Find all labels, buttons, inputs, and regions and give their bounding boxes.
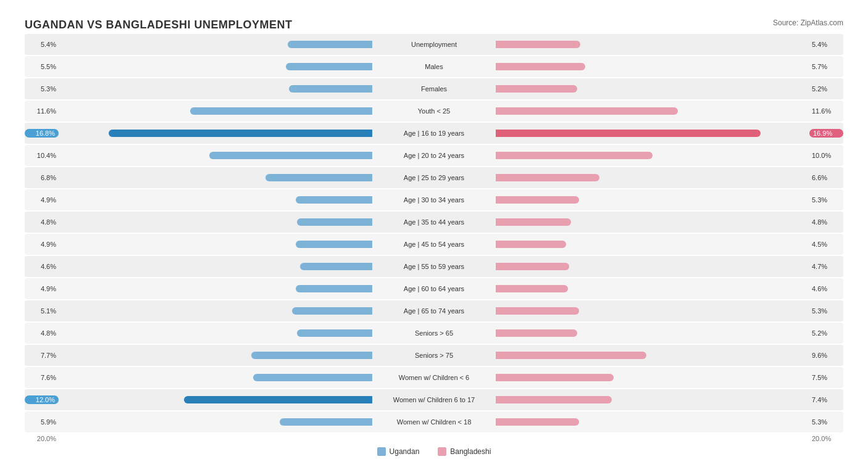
right-value: 5.7% <box>809 63 843 70</box>
left-value: 5.5% <box>25 63 59 70</box>
right-bar-container <box>496 263 809 270</box>
right-value: 4.7% <box>809 263 843 270</box>
left-bar-container <box>59 63 372 70</box>
left-value: 4.9% <box>25 241 59 248</box>
left-value: 4.8% <box>25 218 59 226</box>
bar-label: Youth < 25 <box>372 107 496 115</box>
left-value: 7.6% <box>25 374 59 381</box>
right-value: 5.3% <box>809 196 843 204</box>
bar-label: Age | 20 to 24 years <box>372 152 496 159</box>
left-value: 4.8% <box>25 329 59 337</box>
left-value: 4.9% <box>25 196 59 204</box>
left-bar <box>297 329 372 337</box>
right-value: 4.5% <box>809 241 843 248</box>
bar-label: Age | 45 to 54 years <box>372 241 496 248</box>
left-bar-container <box>59 307 372 315</box>
left-value: 16.8% <box>25 129 59 138</box>
right-bar-container <box>496 418 809 426</box>
left-bar-container <box>59 130 372 137</box>
bar-label: Age | 30 to 34 years <box>372 196 496 204</box>
left-bar-container <box>59 218 372 226</box>
left-value: 7.7% <box>25 352 59 359</box>
left-value: 4.6% <box>25 263 59 270</box>
right-value: 5.3% <box>809 307 843 315</box>
chart-area: 5.4%Unemployment5.4%5.5%Males5.7%5.3%Fem… <box>25 34 843 432</box>
left-bar-container <box>59 352 372 359</box>
left-value: 10.4% <box>25 152 59 159</box>
legend-bangladeshi-label: Bangladeshi <box>450 447 491 456</box>
right-bar-container <box>496 241 809 248</box>
left-bar <box>184 396 372 403</box>
legend-pink-box <box>438 447 446 456</box>
legend: Ugandan Bangladeshi <box>25 447 843 456</box>
left-bar <box>296 241 372 248</box>
bar-row: 4.8%Age | 35 to 44 years4.8% <box>25 212 843 233</box>
right-bar <box>496 174 599 181</box>
right-bar <box>496 152 653 159</box>
right-bar <box>496 396 612 403</box>
legend-ugandan: Ugandan <box>377 447 420 456</box>
left-value: 5.3% <box>25 85 59 93</box>
left-bar <box>296 196 372 204</box>
bar-label: Age | 25 to 29 years <box>372 174 496 181</box>
left-bar <box>300 263 372 270</box>
left-bar <box>190 107 372 115</box>
bar-row: 5.5%Males5.7% <box>25 56 843 77</box>
bar-row: 7.6%Women w/ Children < 67.5% <box>25 367 843 388</box>
right-bar <box>496 329 577 337</box>
left-bar <box>253 374 372 381</box>
right-bar-container <box>496 152 809 159</box>
right-bar-container <box>496 41 809 48</box>
right-value: 5.2% <box>809 329 843 337</box>
left-bar <box>297 218 372 226</box>
bar-label: Females <box>372 85 496 93</box>
left-bar <box>288 41 372 48</box>
right-value: 5.3% <box>809 418 843 426</box>
left-bar <box>292 307 372 315</box>
bar-row: 11.6%Youth < 2511.6% <box>25 101 843 122</box>
chart-container: UGANDAN VS BANGLADESHI UNEMPLOYMENT Sour… <box>12 12 856 467</box>
right-bar-container <box>496 352 809 359</box>
bar-row: 5.9%Women w/ Children < 185.3% <box>25 411 843 432</box>
bar-row: 5.3%Females5.2% <box>25 78 843 99</box>
left-bar-container <box>59 396 372 403</box>
axis-left-val: 20.0% <box>25 435 59 442</box>
right-bar <box>496 218 571 226</box>
bar-row: 7.7%Seniors > 759.6% <box>25 345 843 366</box>
right-bar <box>496 85 577 93</box>
right-value: 11.6% <box>809 107 843 115</box>
right-bar-container <box>496 130 809 137</box>
right-bar <box>496 196 579 204</box>
left-bar-container <box>59 263 372 270</box>
legend-blue-box <box>377 447 386 456</box>
right-value: 16.9% <box>809 129 843 138</box>
bar-row: 5.4%Unemployment5.4% <box>25 34 843 55</box>
right-bar <box>496 63 585 70</box>
left-bar-container <box>59 152 372 159</box>
bar-row: 4.9%Age | 30 to 34 years5.3% <box>25 189 843 210</box>
left-bar <box>289 85 372 93</box>
left-value: 11.6% <box>25 107 59 115</box>
right-bar <box>496 307 579 315</box>
right-bar-container <box>496 85 809 93</box>
right-value: 7.4% <box>809 396 843 403</box>
right-bar <box>496 130 761 137</box>
right-bar-container <box>496 285 809 292</box>
bar-row: 6.8%Age | 25 to 29 years6.6% <box>25 167 843 188</box>
left-bar <box>251 352 372 359</box>
bar-label: Women w/ Children 6 to 17 <box>372 396 496 403</box>
left-bar-container <box>59 329 372 337</box>
bar-label: Age | 65 to 74 years <box>372 307 496 315</box>
right-value: 6.6% <box>809 174 843 181</box>
left-bar <box>209 152 372 159</box>
bar-row: 4.8%Seniors > 655.2% <box>25 323 843 344</box>
right-bar <box>496 352 646 359</box>
source-text: Source: ZipAtlas.com <box>773 19 843 27</box>
bar-row: 4.9%Age | 45 to 54 years4.5% <box>25 234 843 255</box>
left-bar-container <box>59 85 372 93</box>
right-bar <box>496 418 579 426</box>
bar-row: 12.0%Women w/ Children 6 to 177.4% <box>25 389 843 410</box>
right-bar-container <box>496 396 809 403</box>
bar-label: Males <box>372 63 496 70</box>
chart-title: UGANDAN VS BANGLADESHI UNEMPLOYMENT <box>25 19 293 31</box>
